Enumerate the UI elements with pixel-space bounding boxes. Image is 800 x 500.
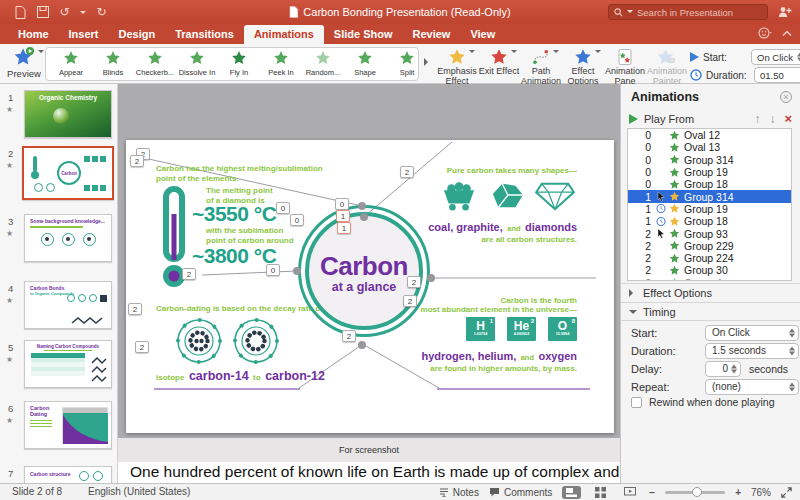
undo-caret-icon[interactable] — [80, 11, 86, 17]
slide-thumbnail-3[interactable]: Some background knowledge... — [24, 214, 112, 262]
save-icon[interactable] — [36, 6, 49, 19]
notes-pane[interactable]: One hundred percent of known life on Ear… — [118, 462, 620, 483]
tab-transitions[interactable]: Transitions — [165, 25, 244, 44]
new-file-icon[interactable] — [14, 6, 27, 19]
slide-thumbnail-1[interactable]: Organic Chemistry — [24, 90, 112, 138]
slide-thumbnail-7[interactable]: Carbon structure — [24, 466, 112, 483]
animation-item[interactable]: 0Oval 13 — [628, 141, 791, 153]
move-down-icon[interactable]: ↓ — [769, 112, 775, 126]
timing-start-dropdown[interactable]: On Click — [705, 325, 799, 341]
gallery-more-icon[interactable] — [424, 58, 432, 66]
exit-effect-button[interactable]: Exit Effect — [478, 46, 520, 86]
search-input[interactable]: Search in Presentation — [608, 4, 768, 20]
gallery-item-dissolve-in[interactable]: Dissolve In — [176, 48, 218, 80]
no-trigger — [656, 265, 669, 276]
preview-button[interactable]: Preview — [4, 46, 44, 79]
tab-slide-show[interactable]: Slide Show — [324, 25, 403, 44]
slide-title: Carbon — [320, 253, 408, 279]
slide-sorter-button[interactable] — [591, 486, 610, 499]
sublimation-lead-text: with the sublimation point of carbon aro… — [206, 226, 294, 245]
tab-review[interactable]: Review — [403, 25, 461, 44]
tab-insert[interactable]: Insert — [59, 25, 109, 44]
animation-item[interactable]: 1Group 18 — [628, 215, 791, 227]
language-indicator[interactable]: English (United States) — [88, 486, 190, 497]
slide-thumbnail-4[interactable]: Carbon Bonds in Organic Compounds — [24, 281, 112, 329]
animation-item[interactable]: 1Group 314 — [628, 190, 791, 202]
timing-start-label: Start: — [631, 327, 703, 339]
slide-thumbnail-5[interactable]: Naming Carbon Compounds — [24, 340, 112, 388]
slide-thumbnail-6[interactable]: Carbon Dating — [24, 401, 112, 449]
zoom-out-button[interactable]: − — [649, 487, 655, 498]
timing-repeat-dropdown[interactable]: (none) — [705, 379, 799, 395]
animation-item[interactable]: 0Oval 12 — [628, 129, 791, 141]
animation-pane-button[interactable]: Animation Pane — [604, 46, 646, 86]
close-pane-icon[interactable]: × — [780, 91, 792, 103]
timing-section[interactable]: Timing — [621, 302, 800, 321]
comments-button[interactable]: Comments — [489, 487, 552, 498]
entrance-star-icon — [669, 167, 682, 178]
timing-duration-dropdown[interactable]: 1.5 seconds — [705, 343, 799, 359]
gallery-item-random-[interactable]: Random... — [302, 48, 344, 80]
ribbon-tab-row: HomeInsertDesignTransitionsAnimationsSli… — [0, 24, 800, 44]
animation-item[interactable]: 2Group 229 — [628, 240, 791, 252]
zoom-in-button[interactable]: + — [735, 487, 741, 498]
duration-clock-icon — [690, 69, 702, 81]
animation-item[interactable]: 2Group 93 — [628, 227, 791, 239]
animation-pane-icon — [604, 46, 646, 66]
search-placeholder: Search in Presentation — [637, 7, 733, 18]
animation-item[interactable]: 0Group 314 — [628, 154, 791, 166]
no-trigger — [656, 240, 669, 251]
gallery-item-appear[interactable]: Appear — [50, 48, 92, 80]
tab-view[interactable]: View — [460, 25, 505, 44]
move-up-icon[interactable]: ↑ — [754, 112, 760, 126]
timing-duration-label: Duration: — [631, 345, 703, 357]
gallery-item-checkerb-[interactable]: Checkerb... — [134, 48, 176, 80]
delete-animation-icon[interactable]: × — [784, 111, 792, 126]
effect-options-section[interactable]: Effect Options — [621, 283, 800, 302]
slide-thumbnail-2[interactable]: Carbon — [22, 146, 114, 200]
animation-item[interactable]: 0Group 19 — [628, 166, 791, 178]
animation-item[interactable]: 2Group 4 — [628, 277, 791, 281]
path-animation-button[interactable]: Path Animation — [520, 46, 562, 86]
animation-item[interactable]: 2Group 224 — [628, 252, 791, 264]
collapse-ribbon-icon[interactable] — [782, 30, 792, 37]
fit-slide-icon[interactable] — [781, 487, 792, 498]
gallery-item-blinds[interactable]: Blinds — [92, 48, 134, 80]
animation-star-icon: ★ — [6, 416, 13, 425]
zoom-slider-knob[interactable] — [692, 487, 702, 497]
redo-icon[interactable]: ↻ — [95, 6, 108, 19]
start-label: Start: — [703, 52, 747, 63]
no-trigger — [656, 142, 669, 153]
normal-view-button[interactable] — [562, 486, 581, 499]
animation-item[interactable]: 0Group 18 — [628, 178, 791, 190]
entrance-star-icon — [669, 265, 682, 276]
play-from-button[interactable]: Play From — [644, 113, 694, 125]
emphasis-effect-button[interactable]: Emphasis Effect — [436, 46, 478, 86]
animation-item[interactable]: 1Group 19 — [628, 203, 791, 215]
tab-animations[interactable]: Animations — [244, 25, 324, 44]
gallery-item-shape[interactable]: Shape — [344, 48, 386, 80]
slide[interactable]: Carbon has the highest melting/sublimati… — [126, 140, 614, 433]
shapes-tail-text: are all carbon structures. — [411, 235, 577, 244]
duration-input[interactable]: 01.50 — [754, 67, 800, 83]
title-bar: ↺ ↻ Carbon Bonding Presentation (Read-On… — [0, 0, 800, 24]
zoom-slider[interactable] — [665, 491, 725, 494]
tab-home[interactable]: Home — [8, 25, 59, 44]
notes-button[interactable]: Notes — [439, 487, 479, 498]
animation-star-icon: ★ — [6, 161, 13, 170]
timing-delay-stepper[interactable]: 0 — [705, 361, 741, 377]
share-icon[interactable] — [778, 6, 792, 18]
animation-item[interactable]: 2Group 30 — [628, 264, 791, 276]
rewind-checkbox[interactable] — [631, 397, 642, 408]
gallery-item-split[interactable]: Split — [386, 48, 419, 80]
slideshow-button[interactable] — [620, 486, 639, 499]
undo-icon[interactable]: ↺ — [58, 6, 71, 19]
window-title: Carbon Bonding Presentation (Read-Only) — [303, 6, 510, 18]
smiley-feedback-icon[interactable] — [758, 26, 772, 40]
zoom-percent[interactable]: 76% — [751, 487, 771, 498]
effect-options-button[interactable]: Effect Options — [562, 46, 604, 86]
gallery-item-peek-in[interactable]: Peek In — [260, 48, 302, 80]
tab-design[interactable]: Design — [109, 25, 166, 44]
gallery-item-fly-in[interactable]: Fly In — [218, 48, 260, 80]
start-dropdown[interactable]: On Click — [751, 49, 800, 65]
